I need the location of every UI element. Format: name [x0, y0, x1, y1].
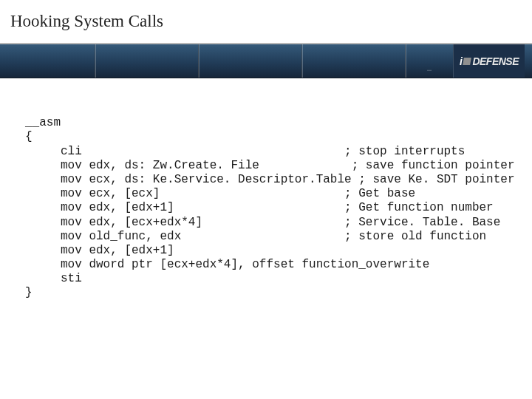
code-line: mov dword ptr [ecx+edx*4], offset functi…	[25, 258, 429, 271]
slide: Hooking System Calls … iDEFENSE __asm { …	[0, 0, 532, 399]
code-line: mov edx, [edx+1] ; Get function number	[25, 201, 494, 214]
ribbon-separator	[301, 44, 303, 78]
title-bar: Hooking System Calls	[0, 0, 532, 43]
code-line: sti	[25, 272, 82, 285]
logo-lead: i	[460, 55, 462, 67]
code-line: mov edx, [ecx+edx*4] ; Service. Table. B…	[25, 216, 500, 229]
code-line: mov edx, [edx+1]	[25, 244, 174, 257]
ribbon-separator	[198, 44, 200, 78]
code-line: mov old_func, edx ; store old function	[25, 230, 486, 243]
code-line: mov ecx, ds: Ke.Service. Descriptor.Tabl…	[25, 173, 515, 186]
logo-text: iDEFENSE	[460, 55, 519, 67]
logo-icon	[463, 58, 471, 65]
ribbon-separator	[95, 44, 96, 78]
code-block: __asm { cli ; stop interrupts mov edx, d…	[0, 78, 532, 315]
code-line: {	[25, 130, 33, 143]
slide-title: Hooking System Calls	[10, 12, 163, 31]
code-line: mov edx, ds: Zw.Create. File ; save func…	[25, 159, 515, 172]
code-line: mov ecx, [ecx] ; Get base	[25, 187, 415, 200]
brand-logo: iDEFENSE	[453, 44, 525, 78]
ribbon-slot: …	[405, 44, 455, 78]
code-line: __asm	[25, 116, 61, 129]
ribbon-label: …	[427, 65, 433, 73]
logo-rest: DEFENSE	[472, 55, 519, 67]
code-line: }	[25, 286, 33, 299]
code-line: cli ; stop interrupts	[25, 145, 465, 158]
header-ribbon: … iDEFENSE	[0, 43, 532, 78]
